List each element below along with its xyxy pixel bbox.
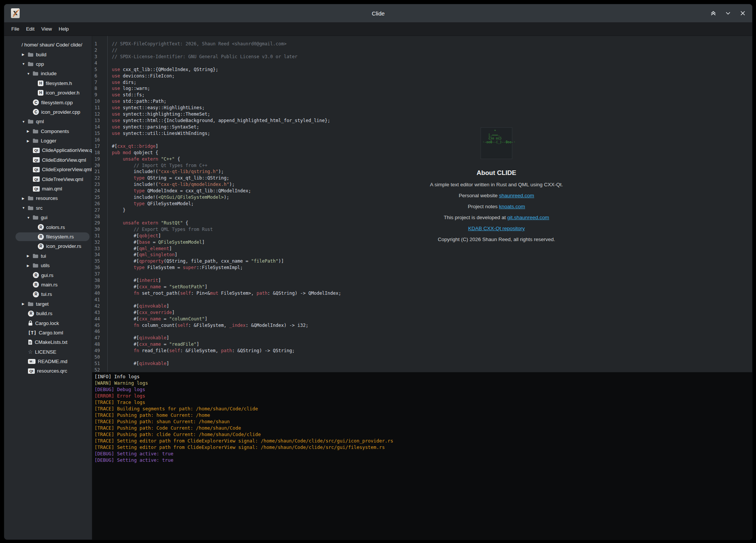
tree-item-label: Logger <box>41 138 56 144</box>
tree-item-resources-qrc[interactable]: Qtresources.qrc <box>4 366 92 376</box>
tree-item-license[interactable]: ☆LICENSE <box>4 347 92 357</box>
star-icon: ☆ <box>28 349 33 355</box>
tree-item-clideeditorview-qml[interactable]: QtClideEditorView.qml <box>4 155 92 165</box>
tree-item-icon-provider-cpp[interactable]: Cicon_provider.cpp <box>4 107 92 117</box>
folder-icon <box>32 129 39 134</box>
menu-view[interactable]: View <box>38 26 55 32</box>
tree-item-main-rs[interactable]: Rmain.rs <box>4 280 92 289</box>
tree-item-gui-rs[interactable]: Rgui.rs <box>4 270 92 280</box>
about-copyright: Copyright (C) 2026 Shaun Reed, all right… <box>398 237 595 243</box>
tree-item-resources[interactable]: ▶resources <box>4 193 92 203</box>
chevron-right-icon[interactable]: ▶ <box>27 254 32 258</box>
tree-item-label: README.md <box>38 359 67 364</box>
tree-item-home-shaun-code-clide[interactable]: / home/ shaun/ Code/ clide/ <box>4 40 92 50</box>
tree-item-target[interactable]: ▶target <box>4 299 92 309</box>
about-website-line: Personal website shaunreed.com <box>398 193 595 199</box>
line-number: 26 <box>92 201 107 207</box>
tree-item-label: src <box>36 205 43 211</box>
chevron-right-icon[interactable]: ▶ <box>27 264 32 268</box>
line-number: 33 <box>92 246 107 252</box>
tree-item-src[interactable]: ▼src <box>4 203 92 213</box>
tree-item-tui-rs[interactable]: Rtui.rs <box>4 289 92 299</box>
code-line: fn read_file(self: &FileSystem, path: &Q… <box>112 348 752 354</box>
tree-item-clideexplorerview-qml[interactable]: QtClideExplorerView.qml <box>4 165 92 174</box>
title-bar: X Clide <box>4 4 752 22</box>
tree-item-clideapplicationview-qml[interactable]: QtClideApplicationView.qml <box>4 145 92 155</box>
dev-link[interactable]: git.shaunreed.com <box>507 215 549 220</box>
line-number: 14 <box>92 124 107 131</box>
tree-item-label: tui.rs <box>41 291 52 297</box>
app-window: X Clide FileEditViewHelp / home/ sha <box>4 4 753 540</box>
line-number: 39 <box>92 284 107 291</box>
tree-item-logger[interactable]: ▶Logger <box>4 136 92 145</box>
log-lines: [INFO] Info logs[WARN] Warning logs[DEBU… <box>94 373 752 463</box>
tree-item-tui[interactable]: ▶tui <box>4 251 92 261</box>
tree-item-icon-provider-rs[interactable]: Ricon_provider.rs <box>4 241 92 251</box>
tree-item-include[interactable]: ▼include <box>4 69 92 78</box>
tree-item-filesystem-cpp[interactable]: Cfilesystem.cpp <box>4 97 92 107</box>
tree-item-icon-provider-h[interactable]: Hicon_provider.h <box>4 88 92 97</box>
chevron-right-icon[interactable]: ▶ <box>27 129 32 133</box>
line-number: 27 <box>92 207 107 214</box>
tree-item-components[interactable]: ▶Components <box>4 127 92 136</box>
log-line-trace: [TRACE] Building segments for path: /hom… <box>94 405 752 412</box>
chevron-right-icon[interactable]: ▶ <box>22 196 28 200</box>
kdab-repo-link[interactable]: KDAB CXX-Qt repository <box>468 226 525 231</box>
code-line: #[cxx_override] <box>112 310 752 316</box>
tree-item-cpp[interactable]: ▼cpp <box>4 59 92 69</box>
minimize-button[interactable] <box>725 10 731 17</box>
log-line-trace: [TRACE] Setting editor path from ClideEx… <box>94 444 752 450</box>
log-line-trace: [TRACE] Pushing path: Code Current: /hom… <box>94 425 752 431</box>
chevron-right-icon[interactable]: ▶ <box>27 139 32 143</box>
chevron-right-icon[interactable]: ▶ <box>22 302 28 306</box>
tree-item-main-qml[interactable]: Qtmain.qml <box>4 184 92 193</box>
website-link[interactable]: shaunreed.com <box>499 193 534 198</box>
tree-item-filesystem-rs[interactable]: Rfilesystem.rs <box>4 232 92 241</box>
chevron-down-icon[interactable]: ▼ <box>27 72 32 76</box>
tree-item-build[interactable]: ▶build <box>4 50 92 59</box>
tree-item-label: main.rs <box>41 282 57 288</box>
notes-link[interactable]: knoats.com <box>499 204 525 209</box>
tree-item-colors-rs[interactable]: Rcolors.rs <box>4 222 92 232</box>
tree-item-cmakelists-txt[interactable]: CMakeLists.txt <box>4 337 92 347</box>
tree-item-gui[interactable]: ▼gui <box>4 213 92 222</box>
tree-item-label: qml <box>36 119 44 124</box>
code-line: #[qml_singleton] <box>112 252 752 258</box>
tree-item-cargo-toml[interactable]: [T]Cargo.toml <box>4 328 92 337</box>
folder-icon <box>32 215 39 220</box>
log-line-trace: [TRACE] Pushing path: clide Current: /ho… <box>94 431 752 438</box>
tree-item-utils[interactable]: ▶utils <box>4 261 92 270</box>
editor-pane[interactable]: 1234567891011121314151617181920212223242… <box>92 36 752 372</box>
chevron-down-icon[interactable]: ▼ <box>22 206 28 210</box>
code-line: #[inherit] <box>112 278 752 284</box>
tree-item-label: build <box>36 52 46 57</box>
tree-item-clidetreeview-qml[interactable]: QtClideTreeView.qml <box>4 174 92 184</box>
chevron-down-icon[interactable]: ▼ <box>22 62 28 66</box>
tree-item-filesystem-h[interactable]: Hfilesystem.h <box>4 79 92 88</box>
cpp-file-icon: C <box>33 99 39 105</box>
code-line <box>112 354 752 361</box>
close-button[interactable] <box>739 10 746 17</box>
code-line: #[cxx_name = "setRootPath"] <box>112 284 752 291</box>
tree-item-label: Components <box>41 128 69 134</box>
menu-help[interactable]: Help <box>55 26 72 32</box>
chevron-right-icon[interactable]: ▶ <box>22 53 28 56</box>
tree-item-build-rs[interactable]: Rbuild.rs <box>4 309 92 318</box>
tree-item-qml[interactable]: ▼qml <box>4 117 92 126</box>
about-dev-line: This project is developed at git.shaunre… <box>398 215 595 221</box>
tree-item-readme-md[interactable]: M↓README.md <box>4 357 92 366</box>
chevron-down-icon[interactable]: ▼ <box>27 216 32 220</box>
tree-item-label: cpp <box>36 61 44 67</box>
menu-file[interactable]: File <box>8 26 23 32</box>
tree-item-label: ClideApplicationView.qml <box>42 147 92 153</box>
menu-edit[interactable]: Edit <box>23 26 38 32</box>
line-number: 18 <box>92 150 107 156</box>
log-panel[interactable]: [INFO] Info logs[WARN] Warning logs[DEBU… <box>92 372 752 540</box>
line-number: 32 <box>92 240 107 246</box>
chevron-down-icon[interactable]: ▼ <box>22 120 28 124</box>
tree-item-cargo-lock[interactable]: Cargo.lock <box>4 318 92 328</box>
line-number: 22 <box>92 175 107 182</box>
tree-item-label: icon_provider.rs <box>46 243 81 249</box>
window-controls <box>710 4 746 22</box>
shade-button[interactable] <box>710 10 717 17</box>
